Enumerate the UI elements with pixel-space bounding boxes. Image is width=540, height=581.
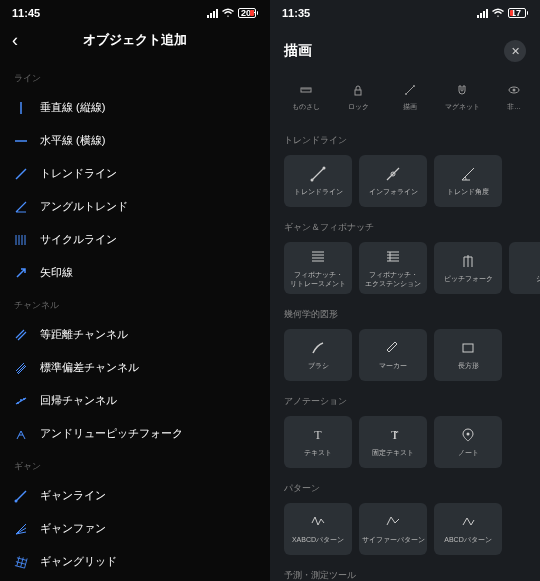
card-fixedtext[interactable]: T固定テキスト xyxy=(359,416,427,468)
list-item-label: 矢印線 xyxy=(40,265,73,280)
svg-rect-8 xyxy=(301,88,311,92)
ruler-icon xyxy=(298,82,314,98)
svg-line-2 xyxy=(16,169,26,179)
card-xabcd[interactable]: XABCDパターン xyxy=(284,503,352,555)
section-label: ギャン＆フィボナッチ xyxy=(270,213,540,236)
list-item-gline[interactable]: ギャンライン xyxy=(0,479,270,512)
svg-point-22 xyxy=(467,433,470,436)
pitch-icon xyxy=(14,427,28,441)
rect-icon xyxy=(459,339,477,357)
list-item-label: アンドリューピッチフォーク xyxy=(40,426,183,441)
list-item-gfan[interactable]: ギャンファン xyxy=(0,512,270,545)
card-cypher[interactable]: サイファーパターン xyxy=(359,503,427,555)
list-item-label: 回帰チャンネル xyxy=(40,393,117,408)
card-trendangle[interactable]: トレンド角度 xyxy=(434,155,502,207)
card-label: 長方形 xyxy=(458,362,479,370)
tool-draw[interactable]: 描画 xyxy=(388,76,432,118)
fibext-icon xyxy=(384,248,402,266)
tool-magnet[interactable]: マグネット xyxy=(440,76,484,118)
list-item-trend[interactable]: トレンドライン xyxy=(0,157,270,190)
section-label: ライン xyxy=(0,62,270,91)
svg-point-3 xyxy=(17,402,19,404)
card-note[interactable]: ノート xyxy=(434,416,502,468)
svg-text:T: T xyxy=(314,428,322,442)
toolbar: ものさしロック描画マグネット非… xyxy=(270,72,540,126)
card-trendline[interactable]: トレンドライン xyxy=(284,155,352,207)
signal-icon xyxy=(207,9,218,18)
cypher-icon xyxy=(384,513,402,531)
list-item-cycle[interactable]: サイクルライン xyxy=(0,223,270,256)
text-icon: T xyxy=(309,426,327,444)
list-item-pitch[interactable]: アンドリューピッチフォーク xyxy=(0,417,270,450)
svg-line-6 xyxy=(16,491,26,501)
fixedtext-icon: T xyxy=(384,426,402,444)
header: 描画 ✕ xyxy=(270,26,540,72)
list-item-arrow[interactable]: 矢印線 xyxy=(0,256,270,289)
list-item-angle[interactable]: アングルトレンド xyxy=(0,190,270,223)
card-label: シフ xyxy=(536,275,540,283)
card-label: ブラシ xyxy=(308,362,329,370)
gline-icon xyxy=(14,489,28,503)
card-text[interactable]: Tテキスト xyxy=(284,416,352,468)
pitchfork-icon xyxy=(459,252,477,270)
tool-lock[interactable]: ロック xyxy=(336,76,380,118)
status-time: 11:35 xyxy=(282,7,310,19)
card-abcd[interactable]: ABCDパターン xyxy=(434,503,502,555)
list-item-hline[interactable]: 水平線 (横線) xyxy=(0,124,270,157)
trendline-icon xyxy=(309,165,327,183)
svg-point-13 xyxy=(513,89,516,92)
battery-icon: 17 xyxy=(508,8,528,18)
list-item-stddev[interactable]: 標準偏差チャンネル xyxy=(0,351,270,384)
equi-icon xyxy=(14,328,28,342)
object-list[interactable]: ライン垂直線 (縦線)水平線 (横線)トレンドラインアングルトレンドサイクルライ… xyxy=(0,62,270,581)
regress-icon xyxy=(14,394,28,408)
section-label: 予測・測定ツール xyxy=(270,561,540,581)
list-item-label: サイクルライン xyxy=(40,232,117,247)
card-brush[interactable]: ブラシ xyxy=(284,329,352,381)
card-label: テキスト xyxy=(304,449,332,457)
section-label: トレンドライン xyxy=(270,126,540,149)
section-label: チャンネル xyxy=(0,289,270,318)
magnet-icon xyxy=(454,82,470,98)
section-label: ギャン xyxy=(0,450,270,479)
card-infoline[interactable]: インフォライン xyxy=(359,155,427,207)
card-marker[interactable]: マーカー xyxy=(359,329,427,381)
section-label: アノテーション xyxy=(270,387,540,410)
close-button[interactable]: ✕ xyxy=(504,40,526,62)
tool-label: 描画 xyxy=(403,102,417,112)
tool-eye[interactable]: 非… xyxy=(492,76,536,118)
card-shf[interactable]: シフ xyxy=(509,242,540,294)
card-rect[interactable]: 長方形 xyxy=(434,329,502,381)
list-item-label: トレンドライン xyxy=(40,166,117,181)
card-label: サイファーパターン xyxy=(362,536,425,544)
card-grid: フィボナッチ・ リトレースメントフィボナッチ・ エクステンションピッチフォークシ… xyxy=(270,236,540,300)
list-item-regress[interactable]: 回帰チャンネル xyxy=(0,384,270,417)
hline-icon xyxy=(14,134,28,148)
list-item-equi[interactable]: 等距離チャンネル xyxy=(0,318,270,351)
card-fibretrace[interactable]: フィボナッチ・ リトレースメント xyxy=(284,242,352,294)
card-label: マーカー xyxy=(379,362,407,370)
cycle-icon xyxy=(14,233,28,247)
svg-point-5 xyxy=(23,398,25,400)
list-item-vline[interactable]: 垂直線 (縦線) xyxy=(0,91,270,124)
card-label: トレンドライン xyxy=(294,188,343,196)
list-item-ggrid[interactable]: ギャングリッド xyxy=(0,545,270,578)
tool-ruler[interactable]: ものさし xyxy=(284,76,328,118)
note-icon xyxy=(459,426,477,444)
card-label: トレンド角度 xyxy=(447,188,489,196)
svg-point-10 xyxy=(405,93,407,95)
list-item-label: ギャングリッド xyxy=(40,554,117,569)
svg-point-11 xyxy=(413,85,415,87)
card-pitchfork[interactable]: ピッチフォーク xyxy=(434,242,502,294)
brush-icon xyxy=(309,339,327,357)
card-fibext[interactable]: フィボナッチ・ エクステンション xyxy=(359,242,427,294)
lock-icon xyxy=(350,82,366,98)
shf-icon xyxy=(534,252,540,270)
arrow-icon xyxy=(14,266,28,280)
card-label: ピッチフォーク xyxy=(444,275,493,283)
tool-label: ロック xyxy=(348,102,369,112)
tool-label: ものさし xyxy=(292,102,320,112)
stddev-icon xyxy=(14,361,28,375)
card-label: フィボナッチ・ エクステンション xyxy=(365,271,421,288)
trendangle-icon xyxy=(459,165,477,183)
